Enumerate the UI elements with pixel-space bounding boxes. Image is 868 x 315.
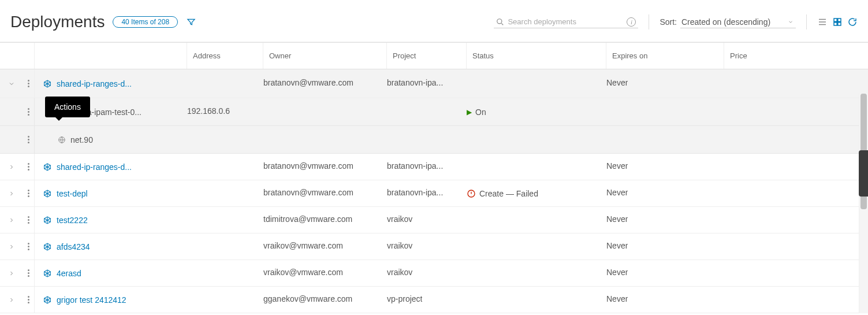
- sort-value: Created on (descending): [681, 17, 770, 27]
- header-owner[interactable]: Owner: [263, 43, 387, 69]
- row-actions-menu[interactable]: [28, 136, 29, 143]
- expires-cell: Never: [606, 188, 628, 197]
- row-actions-menu[interactable]: [28, 80, 29, 87]
- deployment-icon: [43, 216, 52, 225]
- refresh-icon: [847, 17, 858, 27]
- sort-label: Sort:: [660, 17, 677, 27]
- expires-cell: Never: [606, 241, 628, 250]
- header-name[interactable]: [35, 43, 187, 69]
- deployment-link[interactable]: afds4234: [57, 242, 90, 251]
- side-tab[interactable]: [859, 150, 868, 197]
- status-text: Create — Failed: [479, 189, 538, 198]
- search-wrap[interactable]: i: [494, 16, 638, 28]
- list-view-button[interactable]: [817, 17, 828, 27]
- table-header: Address Owner Project Status Expires on …: [0, 43, 868, 69]
- svg-rect-3: [834, 23, 837, 25]
- separator: [649, 14, 649, 29]
- deployment-link[interactable]: shared-ip-ranges-d...: [57, 162, 132, 172]
- table-row[interactable]: test-depl bratanovn@vmware.com bratanovn…: [0, 180, 868, 207]
- svg-point-0: [497, 18, 502, 23]
- chevron-right-icon[interactable]: [8, 297, 15, 303]
- row-actions-menu[interactable]: [28, 163, 29, 171]
- deployment-link[interactable]: test2222: [57, 216, 88, 225]
- expires-cell: Never: [606, 78, 628, 87]
- child-row[interactable]: nikola-ipam-test-0... 192.168.0.6 ▶On: [0, 98, 868, 126]
- project-cell: vraikov: [387, 214, 412, 224]
- chevron-right-icon[interactable]: [8, 217, 15, 224]
- expires-cell: Never: [606, 268, 628, 277]
- address-cell: 192.168.0.6: [187, 106, 230, 116]
- table-row[interactable]: shared-ip-ranges-d... bratanovn@vmware.c…: [0, 69, 868, 98]
- chevron-right-icon[interactable]: [8, 270, 15, 277]
- grid-icon: [832, 17, 843, 27]
- chevron-right-icon[interactable]: [8, 243, 15, 250]
- network-icon: [58, 136, 66, 144]
- owner-cell: vraikov@vmware.com: [263, 241, 343, 250]
- svg-rect-1: [834, 18, 837, 21]
- deployment-link[interactable]: shared-ip-ranges-d...: [57, 79, 132, 88]
- owner-cell: vraikov@vmware.com: [263, 268, 343, 277]
- header-status[interactable]: Status: [467, 43, 606, 69]
- actions-tooltip: Actions: [45, 97, 90, 117]
- chevron-right-icon[interactable]: [8, 164, 15, 171]
- deployment-link[interactable]: test-depl: [57, 189, 88, 198]
- info-icon[interactable]: i: [627, 17, 636, 27]
- project-cell: bratanovn-ipa...: [387, 78, 443, 87]
- expires-cell: Never: [606, 294, 628, 303]
- page-title: Deployments: [10, 13, 105, 31]
- svg-rect-2: [838, 18, 841, 21]
- deployment-icon: [43, 269, 52, 278]
- chevron-right-icon[interactable]: [8, 190, 15, 197]
- table-row[interactable]: test2222 tdimitrova@vmware.com vraikov N…: [0, 207, 868, 234]
- scrollbar[interactable]: [859, 94, 868, 313]
- project-cell: vraikov: [387, 268, 412, 277]
- deployment-icon: [43, 162, 52, 172]
- row-actions-menu[interactable]: [28, 296, 29, 303]
- project-cell: vp-project: [387, 294, 422, 303]
- owner-cell: tdimitrova@vmware.com: [263, 214, 352, 224]
- resource-name: net.90: [70, 135, 93, 144]
- error-icon: [467, 189, 476, 198]
- status-text: On: [475, 108, 486, 117]
- table-row[interactable]: shared-ip-ranges-d... bratanovn@vmware.c…: [0, 154, 868, 180]
- separator: [806, 14, 807, 29]
- sort-select[interactable]: Sort: Created on (descending): [660, 16, 796, 28]
- svg-rect-4: [838, 23, 841, 25]
- row-actions-menu[interactable]: [28, 269, 29, 277]
- header-project[interactable]: Project: [387, 43, 467, 69]
- refresh-button[interactable]: [847, 17, 858, 27]
- row-actions-menu[interactable]: [28, 243, 29, 250]
- project-cell: bratanovn-ipa...: [387, 188, 443, 197]
- row-actions-menu[interactable]: [28, 216, 29, 224]
- deployment-link[interactable]: 4erasd: [57, 269, 81, 278]
- project-cell: vraikov: [387, 241, 412, 250]
- power-on-icon: ▶: [467, 108, 472, 116]
- child-row[interactable]: net.90: [0, 126, 868, 154]
- item-count-badge: 40 Items of 208: [113, 16, 178, 28]
- table-row[interactable]: grigor test 2412412 gganekov@vmware.com …: [0, 287, 868, 313]
- header-price[interactable]: Price: [724, 43, 805, 69]
- header-address[interactable]: Address: [187, 43, 263, 69]
- chevron-down-icon: [788, 17, 794, 27]
- row-actions-menu[interactable]: [28, 108, 29, 116]
- filter-button[interactable]: [186, 17, 196, 27]
- chevron-down-icon[interactable]: [8, 80, 15, 87]
- deployment-icon: [43, 242, 52, 251]
- owner-cell: bratanovn@vmware.com: [263, 78, 353, 87]
- deployment-icon: [43, 79, 52, 88]
- row-actions-menu[interactable]: [28, 190, 29, 197]
- deployment-link[interactable]: grigor test 2412412: [57, 295, 126, 305]
- list-icon: [817, 17, 828, 27]
- header-expires[interactable]: Expires on: [606, 43, 724, 69]
- owner-cell: gganekov@vmware.com: [263, 294, 352, 303]
- filter-icon: [187, 17, 196, 27]
- project-cell: bratanovn-ipa...: [387, 161, 443, 171]
- deployment-icon: [43, 189, 52, 198]
- grid-view-button[interactable]: [832, 17, 843, 27]
- table-row[interactable]: afds4234 vraikov@vmware.com vraikov Neve…: [0, 234, 868, 260]
- expires-cell: Never: [606, 161, 628, 171]
- expires-cell: Never: [606, 214, 628, 224]
- search-input[interactable]: [508, 17, 627, 26]
- deployment-icon: [43, 295, 52, 305]
- table-row[interactable]: 4erasd vraikov@vmware.com vraikov Never: [0, 260, 868, 287]
